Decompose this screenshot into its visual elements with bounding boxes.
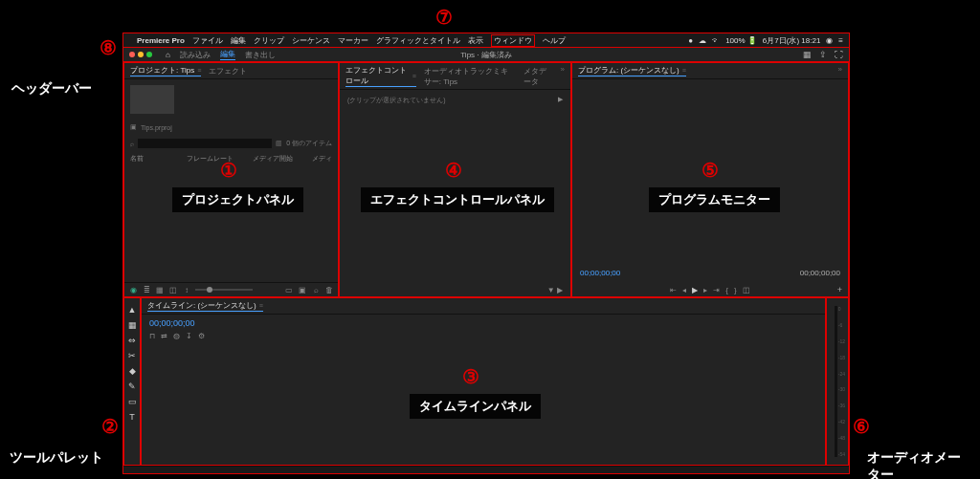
menu-window[interactable]: ウィンドウ	[491, 34, 535, 47]
tl-snap-icon[interactable]: ⊓	[149, 332, 155, 340]
new-item-icon[interactable]: ▣	[298, 285, 307, 294]
tool-slip[interactable]: ◆	[126, 365, 138, 377]
menu-view[interactable]: 表示	[468, 35, 483, 46]
pm-step-fwd-icon[interactable]: ▸	[703, 286, 707, 294]
pm-step-back-icon[interactable]: ◂	[682, 286, 686, 294]
tool-track-select[interactable]: ▦	[126, 319, 138, 331]
new-bin-icon[interactable]: ▭	[284, 285, 294, 294]
tab-program[interactable]: プログラム: (シーケンスなし)≡	[578, 65, 686, 76]
menu-file[interactable]: ファイル	[192, 35, 223, 46]
tab-effects[interactable]: エフェクト	[209, 65, 247, 76]
menu-edit[interactable]: 編集	[231, 35, 246, 46]
program-monitor-panel: プログラム: (シーケンスなし)≡ » ⑤ プログラムモニター 00;00;00…	[571, 62, 849, 297]
share-icon[interactable]: ⇪	[819, 50, 827, 59]
pm-add-button-icon[interactable]: +	[837, 285, 842, 294]
tab-metadata[interactable]: メタデータ	[523, 65, 553, 87]
bin-small-icon[interactable]: ▥	[276, 140, 282, 147]
search-input[interactable]	[138, 139, 272, 148]
tool-rectangle[interactable]: ▭	[126, 396, 138, 407]
tab-project[interactable]: プロジェクト: Tips≡	[130, 65, 201, 76]
pm-goto-out-icon[interactable]: ⇥	[713, 286, 720, 294]
effect-controls-bottom-icon[interactable]: ▼ ▶	[547, 286, 563, 294]
pm-export-frame-icon[interactable]: ◫	[743, 286, 750, 294]
label-header-bar: ヘッダーバー	[0, 76, 103, 101]
thumb-size-slider[interactable]	[195, 289, 253, 291]
pm-mark-in-icon[interactable]: {	[725, 286, 728, 294]
menubar-app-name[interactable]: Premiere Pro	[137, 36, 185, 45]
timeline-playhead-time: 00;00;00;00	[142, 315, 825, 332]
col-start[interactable]: メディア開始	[253, 154, 293, 163]
callout-8: ⑧	[100, 36, 117, 59]
traffic-lights[interactable]	[129, 52, 152, 57]
freeform-view-icon[interactable]: ◫	[168, 285, 178, 294]
meter-bar	[835, 306, 837, 457]
tool-type[interactable]: T	[126, 411, 138, 423]
label-project: プロジェクトパネル	[172, 187, 303, 212]
item-count: 0 個のアイテム	[286, 139, 332, 148]
home-icon[interactable]: ⌂	[166, 51, 170, 59]
workspace-icon[interactable]: ▦	[803, 50, 812, 59]
list-view-icon[interactable]: ≣	[142, 285, 151, 294]
bin-name: Tips.prproj	[141, 124, 172, 131]
tool-pen[interactable]: ✎	[126, 381, 138, 392]
menu-help[interactable]: ヘルプ	[543, 35, 566, 46]
project-panel-tabs: プロジェクト: Tips≡ エフェクト	[124, 63, 338, 79]
battery-status: 100% 🔋	[725, 36, 757, 45]
menu-extra-icon[interactable]: ≡	[838, 36, 843, 45]
effect-controls-panel: エフェクトコントロール≡ オーディオトラックミキサー: Tips メタデータ »…	[339, 62, 571, 297]
timeline-toolbar: ⊓ ⇄ ◍ ↧ ⚙	[142, 332, 825, 344]
thumb-view-icon[interactable]: ▦	[155, 285, 165, 294]
panel-overflow-icon[interactable]: »	[561, 65, 565, 87]
tl-insert-icon[interactable]: ↧	[186, 332, 192, 340]
col-media[interactable]: メディ	[312, 154, 332, 163]
audio-meter-panel: 0 -6 -12 -18 -24 -30 -36 -42 -48 -54	[826, 297, 849, 466]
pm-mark-out-icon[interactable]: }	[734, 286, 737, 294]
tl-link-icon[interactable]: ⇄	[161, 332, 167, 340]
wifi-icon: ᯤ	[712, 36, 720, 45]
pm-goto-in-icon[interactable]: ⇤	[670, 286, 677, 294]
tab-effect-controls[interactable]: エフェクトコントロール≡	[345, 65, 416, 87]
label-program-monitor: プログラムモニター	[649, 187, 780, 212]
callout-7: ⑦	[435, 6, 453, 29]
menu-sequence[interactable]: シーケンス	[292, 35, 330, 46]
tool-selection[interactable]: ▲	[126, 304, 138, 316]
sort-icon[interactable]: ↕	[182, 285, 191, 294]
project-thumbnail	[130, 85, 174, 114]
rec-dot-icon[interactable]: ◉	[128, 285, 138, 294]
callout-2: ②	[101, 415, 119, 438]
menu-clip[interactable]: クリップ	[254, 35, 284, 46]
header-tab-import[interactable]: 読み込み	[180, 50, 211, 60]
tool-ripple[interactable]: ⇔	[126, 335, 138, 346]
cloud-icon: ☁	[699, 36, 706, 45]
find-icon[interactable]: ⌕	[311, 285, 321, 294]
header-tab-edit[interactable]: 編集	[220, 49, 235, 60]
callout-6: ⑥	[853, 415, 870, 438]
pm-play-icon[interactable]: ▶	[692, 286, 698, 294]
max-btn[interactable]	[146, 52, 152, 57]
label-audio-meter: オーディオメーター	[858, 446, 980, 479]
program-transport: ⇤ ◂ ▶ ▸ ⇥ { } ◫	[572, 286, 848, 294]
menu-graphics[interactable]: グラフィックとタイトル	[376, 35, 460, 46]
tool-razor[interactable]: ✂	[126, 350, 138, 361]
tl-marker-icon[interactable]: ◍	[173, 332, 180, 340]
min-btn[interactable]	[138, 52, 144, 57]
close-btn[interactable]	[129, 52, 135, 57]
fullscreen-icon[interactable]: ⛶	[835, 50, 843, 59]
callout-3: ③	[462, 365, 479, 388]
callout-1: ①	[220, 159, 237, 182]
search-icon[interactable]: ⌕	[130, 141, 134, 147]
user-icon[interactable]: ◉	[826, 36, 833, 45]
menu-marker[interactable]: マーカー	[338, 35, 368, 46]
tab-timeline[interactable]: タイムライン: (シーケンスなし)≡	[147, 300, 263, 312]
callout-5: ⑤	[702, 159, 719, 182]
trash-icon[interactable]: 🗑	[324, 285, 334, 294]
effect-controls-empty-msg: (クリップが選択されていません)▶	[340, 90, 570, 111]
col-name[interactable]: 名前	[130, 154, 144, 163]
pm-overflow-icon[interactable]: »	[838, 65, 842, 76]
tl-settings-icon[interactable]: ⚙	[198, 332, 205, 340]
app-window: Premiere Pro ファイル 編集 クリップ シーケンス マーカー グラフ…	[122, 33, 850, 474]
tab-audio-mixer[interactable]: オーディオトラックミキサー: Tips	[424, 65, 516, 87]
meter-ticks: 0 -6 -12 -18 -24 -30 -36 -42 -48 -54	[838, 306, 845, 457]
header-tab-export[interactable]: 書き出し	[245, 50, 276, 60]
status-bar	[123, 466, 849, 473]
